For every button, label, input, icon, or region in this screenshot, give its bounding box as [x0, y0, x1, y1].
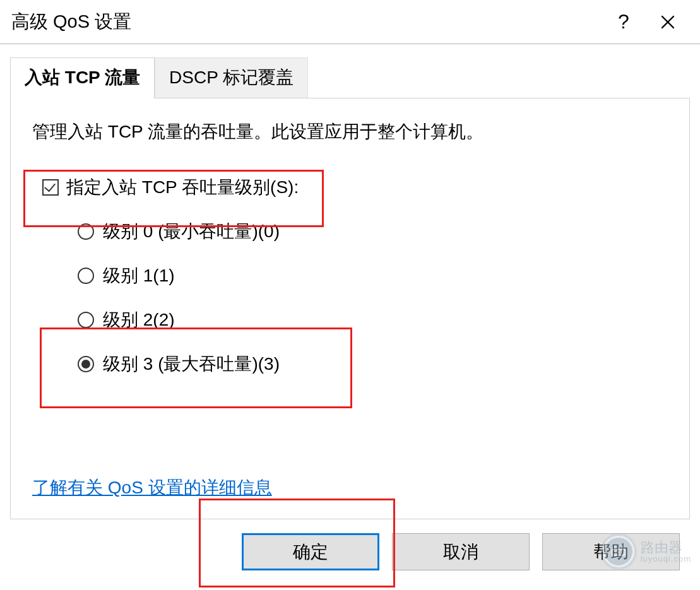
panel-description: 管理入站 TCP 流量的吞吐量。此设置应用于整个计算机。	[32, 120, 670, 144]
radio-level-2[interactable]: 级别 2(2)	[78, 308, 670, 332]
radio-label: 级别 2(2)	[103, 308, 175, 332]
tab-inbound-tcp[interactable]: 入站 TCP 流量	[10, 57, 155, 98]
radio-label: 级别 3 (最大吞吐量)(3)	[103, 352, 280, 376]
window-title: 高级 QoS 设置	[11, 9, 602, 35]
title-bar: 高级 QoS 设置 ?	[0, 0, 700, 44]
qos-info-link[interactable]: 了解有关 QoS 设置的详细信息	[32, 476, 272, 500]
tab-label: DSCP 标记覆盖	[169, 68, 294, 87]
tab-panel: 管理入站 TCP 流量的吞吐量。此设置应用于整个计算机。 指定入站 TCP 吞吐…	[10, 98, 690, 519]
radio-label: 级别 1(1)	[103, 264, 175, 288]
radio-label: 级别 0 (最小吞吐量)(0)	[103, 220, 280, 244]
tab-strip: 入站 TCP 流量 DSCP 标记覆盖	[10, 57, 690, 98]
radio-icon[interactable]	[78, 268, 94, 284]
content-area: 入站 TCP 流量 DSCP 标记覆盖 管理入站 TCP 流量的吞吐量。此设置应…	[0, 44, 700, 570]
radio-icon[interactable]	[78, 312, 94, 328]
tab-label: 入站 TCP 流量	[25, 68, 140, 87]
specify-throughput-checkbox-row[interactable]: 指定入站 TCP 吞吐量级别(S):	[42, 175, 670, 199]
checkbox-icon[interactable]	[42, 179, 59, 196]
close-icon[interactable]	[646, 0, 690, 44]
cancel-button[interactable]: 取消	[392, 533, 530, 570]
radio-level-0[interactable]: 级别 0 (最小吞吐量)(0)	[78, 220, 670, 244]
help-icon[interactable]: ?	[602, 0, 646, 44]
radio-icon[interactable]	[78, 356, 94, 372]
radio-level-1[interactable]: 级别 1(1)	[78, 264, 670, 288]
checkbox-label: 指定入站 TCP 吞吐量级别(S):	[66, 175, 299, 199]
throughput-level-radio-group: 级别 0 (最小吞吐量)(0) 级别 1(1) 级别 2(2) 级别 3 (最大…	[78, 220, 670, 376]
help-button[interactable]: 帮助	[542, 533, 680, 570]
dialog-buttons: 确定 取消 帮助	[10, 519, 690, 570]
tab-dscp-override[interactable]: DSCP 标记覆盖	[155, 57, 308, 98]
ok-button[interactable]: 确定	[242, 533, 379, 570]
radio-icon[interactable]	[78, 223, 94, 240]
radio-level-3[interactable]: 级别 3 (最大吞吐量)(3)	[78, 352, 670, 376]
